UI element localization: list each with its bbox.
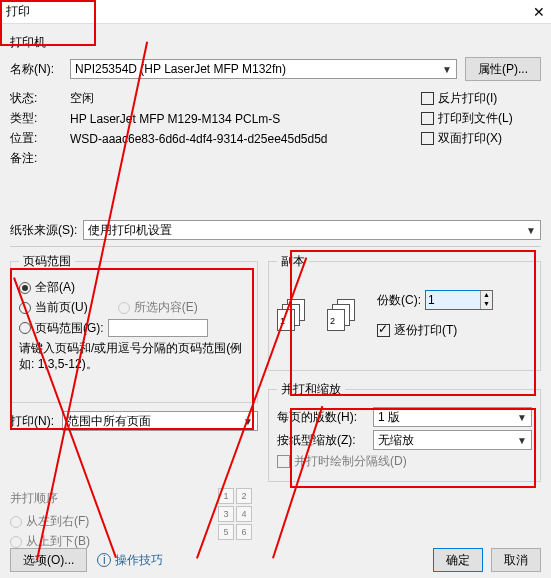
pps-combo[interactable]: 1 版▼ <box>373 407 532 427</box>
pages-input[interactable] <box>108 319 208 337</box>
order-legend: 并打顺序 <box>10 490 210 507</box>
print-what-label: 打印(N): <box>10 413 62 430</box>
type-label: 类型: <box>10 110 70 127</box>
order-preview-icon: 123456 <box>218 488 252 540</box>
page-range-group: 页码范围 全部(A) 当前页(U) 所选内容(E) 页码范围(G): 请键入页码… <box>10 253 258 403</box>
printer-name-value: NPI25354D (HP LaserJet MFP M132fn) <box>75 62 286 76</box>
page-range-legend: 页码范围 <box>19 253 75 270</box>
paper-source-label: 纸张来源(S): <box>10 222 77 239</box>
status-value: 空闲 <box>70 90 94 107</box>
copies-group: 副本 1 1 1 2 2 2 份数(C): <box>268 253 541 371</box>
type-value: HP LaserJet MFP M129-M134 PCLm-S <box>70 112 280 126</box>
options-button[interactable]: 选项(O)... <box>10 548 87 572</box>
title-bar: 打印 ✕ <box>0 0 551 24</box>
scale-legend: 并打和缩放 <box>277 381 345 398</box>
pps-label: 每页的版数(H): <box>277 409 373 426</box>
info-icon: i <box>97 553 111 567</box>
status-label: 状态: <box>10 90 70 107</box>
scale-group: 并打和缩放 每页的版数(H): 1 版▼ 按纸型缩放(Z): 无缩放▼ 并打时绘… <box>268 381 541 482</box>
scale-combo[interactable]: 无缩放▼ <box>373 430 532 450</box>
copies-spinner[interactable]: ▲▼ <box>425 290 493 310</box>
range-all-radio[interactable] <box>19 282 31 294</box>
scale-label: 按纸型缩放(Z): <box>277 432 373 449</box>
window-title: 打印 <box>6 3 30 20</box>
comment-label: 备注: <box>10 150 70 167</box>
cancel-button[interactable]: 取消 <box>491 548 541 572</box>
collate-checkbox[interactable] <box>377 324 390 337</box>
tips-link[interactable]: i 操作技巧 <box>97 552 163 569</box>
tofile-checkbox[interactable] <box>421 112 434 125</box>
copies-count-label: 份数(C): <box>377 292 421 309</box>
ok-button[interactable]: 确定 <box>433 548 483 572</box>
printer-section-label: 打印机 <box>10 34 541 51</box>
copies-input[interactable] <box>426 291 480 309</box>
chevron-down-icon: ▼ <box>517 412 527 423</box>
chevron-down-icon: ▼ <box>526 225 536 236</box>
order-ltr-radio <box>10 516 22 528</box>
collate-icon: 2 2 2 <box>327 299 359 331</box>
mirror-label: 反片打印(I) <box>438 90 497 107</box>
where-label: 位置: <box>10 130 70 147</box>
close-icon[interactable]: ✕ <box>533 4 545 20</box>
draw-border-checkbox <box>277 455 290 468</box>
duplex-label: 双面打印(X) <box>438 130 502 147</box>
paper-source-combo[interactable]: 使用打印机设置 ▼ <box>83 220 541 240</box>
print-what-combo[interactable]: 范围中所有页面 ▼ <box>62 411 258 431</box>
duplex-checkbox[interactable] <box>421 132 434 145</box>
chevron-down-icon: ▼ <box>442 64 452 75</box>
where-value: WSD-aaac6e83-6d6d-4df4-9314-d25ee45d5d5d <box>70 132 328 146</box>
name-label: 名称(N): <box>10 61 70 78</box>
spin-up-icon[interactable]: ▲ <box>480 291 492 300</box>
properties-button[interactable]: 属性(P)... <box>465 57 541 81</box>
chevron-down-icon: ▼ <box>517 435 527 446</box>
printer-name-combo[interactable]: NPI25354D (HP LaserJet MFP M132fn) ▼ <box>70 59 457 79</box>
range-selection-radio <box>118 302 130 314</box>
order-ttb-radio <box>10 536 22 548</box>
tofile-label: 打印到文件(L) <box>438 110 513 127</box>
mirror-checkbox[interactable] <box>421 92 434 105</box>
page-range-hint: 请键入页码和/或用逗号分隔的页码范围(例如: 1,3,5-12)。 <box>19 341 249 372</box>
spin-down-icon[interactable]: ▼ <box>480 300 492 309</box>
